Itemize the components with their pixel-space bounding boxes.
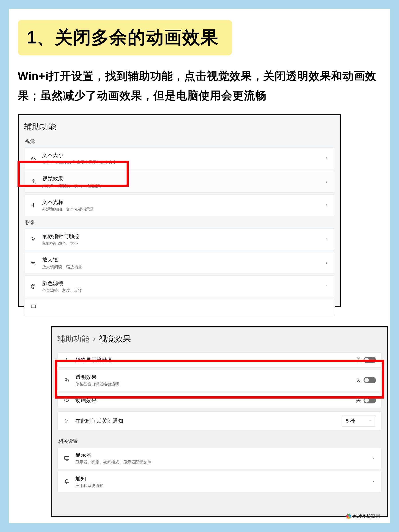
breadcrumb-parent[interactable]: 辅助功能: [57, 334, 89, 343]
chevron-right-icon: [371, 456, 376, 461]
toggle-off-icon: [364, 397, 376, 403]
row-pointer-texts: 鼠标指针与触控 鼠标指针颜色、大小: [42, 233, 319, 246]
row-text-cursor[interactable]: 文本光标 外观和粗细、文本光标指示器: [24, 194, 335, 216]
related-settings-label: 相关设置: [58, 438, 381, 445]
palette-icon: [30, 283, 37, 290]
row-magnifier-title: 放大镜: [42, 256, 319, 263]
svg-rect-4: [31, 305, 36, 308]
watermark-text: 纯净系统家园: [353, 513, 380, 519]
sparkle-icon: [30, 178, 37, 185]
row-text-size-sub: 在整个 Windows 和应用中显示的文本大小: [42, 160, 319, 165]
row-pointer-sub: 鼠标指针颜色、大小: [42, 241, 319, 246]
row-transparency[interactable]: 透明效果 使某些窗口背景略微透明 关: [57, 369, 381, 391]
row-animation-title: 动画效果: [75, 397, 351, 404]
row-text-cursor-texts: 文本光标 外观和粗细、文本光标指示器: [42, 199, 319, 212]
svg-point-9: [66, 420, 68, 422]
text-cursor-icon: [30, 202, 37, 209]
animation-toggle[interactable]: 关: [356, 397, 376, 404]
svg-point-2: [33, 285, 34, 285]
row-display-title: 显示器: [75, 451, 366, 459]
accessibility-window: 辅助功能 视觉 文本大小 在整个 Windows 和应用中显示的文本大小 视觉效…: [18, 114, 341, 307]
row-visual-effects-texts: 视觉效果 滚动条、透明度、动画、通知超时: [42, 175, 319, 188]
scrollbar-toggle-label: 关: [356, 357, 361, 363]
scrollbar-icon: [63, 356, 70, 364]
chevron-right-icon: [324, 284, 329, 289]
row-text-size-title: 文本大小: [42, 152, 319, 159]
row-dismiss-texts: 在此时间后关闭通知: [75, 417, 337, 424]
chevron-right-icon: [324, 156, 329, 161]
row-notifications[interactable]: 通知 应用和系统通知: [57, 471, 381, 493]
display-icon: [30, 303, 37, 310]
animation-icon: [63, 397, 70, 404]
row-magnifier-sub: 放大镜阅读、缩放增量: [42, 264, 319, 270]
row-transparency-title: 透明效果: [75, 374, 351, 381]
svg-point-1: [32, 286, 33, 286]
chevron-right-icon: [371, 479, 376, 484]
row-notifications-sub: 应用和系统通知: [75, 483, 366, 488]
pointer-icon: [30, 236, 37, 243]
row-color-filter[interactable]: 颜色滤镜 色盲滤镜、灰度、反转: [24, 276, 335, 297]
row-visual-effects-sub: 滚动条、透明度、动画、通知超时: [42, 183, 319, 188]
row-notifications-texts: 通知 应用和系统通知: [75, 475, 366, 488]
row-color-filter-title: 颜色滤镜: [42, 280, 319, 287]
row-transparency-texts: 透明效果 使某些窗口背景略微透明: [75, 374, 351, 387]
svg-rect-10: [64, 456, 69, 459]
row-text-size[interactable]: 文本大小 在整个 Windows 和应用中显示的文本大小: [24, 147, 335, 169]
row-text-size-texts: 文本大小 在整个 Windows 和应用中显示的文本大小: [42, 152, 319, 165]
row-scrollbar-texts: 始终显示滚动条: [75, 356, 351, 364]
transparency-icon: [63, 376, 70, 384]
description-text: Win+i打开设置，找到辅助功能，点击视觉效果，关闭透明效果和动画效果；虽然减少…: [18, 66, 381, 105]
dismiss-dropdown[interactable]: 5 秒: [342, 415, 376, 427]
row-text-cursor-sub: 外观和粗细、文本光标指示器: [42, 207, 319, 212]
magnifier-icon: [30, 259, 37, 267]
toggle-off-icon: [364, 357, 376, 363]
window-title: 辅助功能: [24, 121, 335, 132]
row-pointer[interactable]: 鼠标指针与触控 鼠标指针颜色、大小: [24, 228, 335, 250]
text-size-icon: [30, 154, 37, 162]
scrollbar-toggle[interactable]: 关: [356, 357, 376, 363]
row-scrollbar-title: 始终显示滚动条: [75, 356, 351, 364]
row-display-sub: 显示器、亮度、夜间模式、显示器配置文件: [75, 460, 366, 465]
chevron-right-icon: [324, 237, 329, 242]
row-magnifier-texts: 放大镜 放大镜阅读、缩放增量: [42, 256, 319, 270]
row-animation-texts: 动画效果: [75, 397, 351, 404]
chevron-right-icon: [324, 179, 329, 184]
row-animation[interactable]: 动画效果 关: [57, 393, 381, 408]
row-display-texts: 显示器 显示器、亮度、夜间模式、显示器配置文件: [75, 451, 366, 465]
transparency-toggle[interactable]: 关: [356, 377, 376, 383]
svg-point-3: [34, 286, 35, 286]
transparency-toggle-label: 关: [356, 377, 361, 383]
row-magnifier[interactable]: 放大镜 放大镜阅读、缩放增量: [24, 252, 335, 274]
row-scrollbar[interactable]: 始终显示滚动条 关: [57, 352, 381, 367]
row-dismiss-notif[interactable]: 在此时间后关闭通知 5 秒: [57, 412, 381, 431]
row-visual-effects-title: 视觉效果: [42, 175, 319, 182]
row-dismiss-title: 在此时间后关闭通知: [75, 417, 337, 424]
dismiss-dropdown-value: 5 秒: [346, 418, 355, 424]
page-title: 1、关闭多余的动画效果: [18, 20, 232, 55]
toggle-off-icon: [364, 377, 376, 383]
row-pointer-title: 鼠标指针与触控: [42, 233, 319, 240]
sun-icon: [63, 417, 70, 425]
row-transparency-sub: 使某些窗口背景略微透明: [75, 381, 351, 387]
svg-rect-6: [66, 380, 69, 382]
breadcrumb-current: 视觉效果: [99, 334, 131, 343]
section-image-label: 影像: [25, 219, 335, 226]
chevron-right-icon: [324, 260, 329, 266]
animation-toggle-label: 关: [356, 397, 361, 404]
svg-rect-5: [65, 378, 67, 381]
chevron-down-icon: [368, 419, 372, 423]
visual-effects-window: 辅助功能 › 视觉效果 始终显示滚动条 关 透明效果 使某些窗口背景: [51, 326, 388, 517]
row-text-cursor-title: 文本光标: [42, 199, 319, 206]
page: 1、关闭多余的动画效果 Win+i打开设置，找到辅助功能，点击视觉效果，关闭透明…: [9, 9, 390, 523]
row-visual-effects[interactable]: 视觉效果 滚动条、透明度、动画、通知超时: [24, 171, 335, 193]
row-notifications-title: 通知: [75, 475, 366, 482]
breadcrumb-separator: ›: [93, 334, 95, 343]
section-vision-label: 视觉: [25, 138, 335, 145]
row-display[interactable]: 显示器 显示器、亮度、夜间模式、显示器配置文件: [57, 447, 381, 469]
row-cutoff[interactable]: [24, 299, 335, 316]
breadcrumb: 辅助功能 › 视觉效果: [57, 334, 381, 344]
row-color-filter-texts: 颜色滤镜 色盲滤镜、灰度、反转: [42, 280, 319, 293]
logo-icon: [346, 513, 352, 519]
bell-icon: [63, 478, 70, 485]
monitor-icon: [63, 454, 70, 462]
